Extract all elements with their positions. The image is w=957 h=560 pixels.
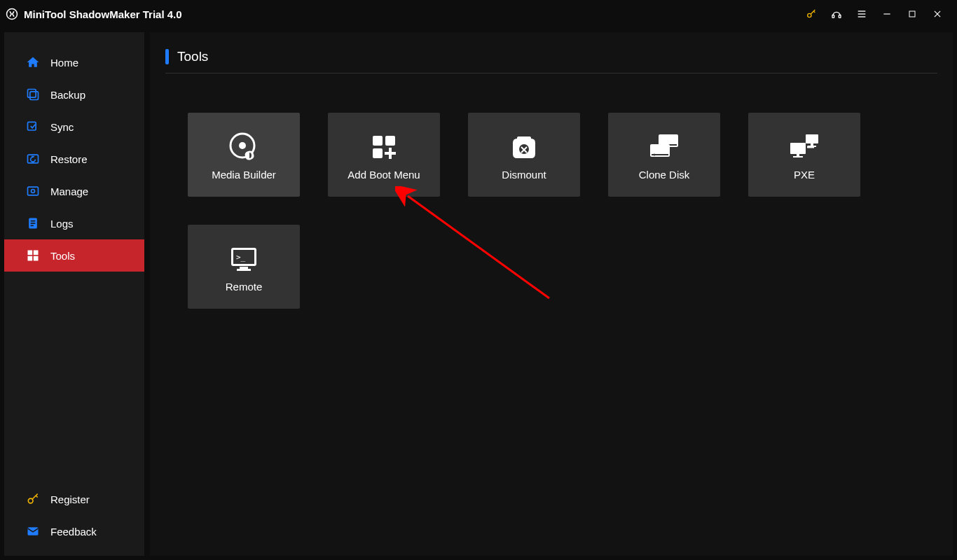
license-key-icon[interactable] [801,4,821,24]
sidebar-item-label: Tools [50,250,75,262]
tool-dismount[interactable]: Dismount [468,113,580,197]
svg-rect-44 [790,143,806,154]
tools-grid: Media Builder Add Boot Menu [165,113,937,309]
svg-rect-29 [373,136,383,146]
svg-rect-23 [28,256,33,261]
sidebar-item-logs[interactable]: Logs [13,207,136,239]
sync-icon [25,119,41,134]
svg-rect-50 [237,269,251,271]
sidebar: Home Backup Sync Restore Manage [4,32,144,556]
svg-rect-30 [385,136,395,146]
home-icon [25,55,41,70]
tool-label: PXE [794,169,815,181]
sidebar-item-label: Home [50,57,78,69]
svg-rect-18 [31,220,36,222]
remote-icon: >_ [227,241,261,276]
svg-rect-33 [389,148,392,159]
page-title: Tools [177,49,208,64]
svg-rect-2 [832,15,834,18]
divider [165,73,937,74]
svg-rect-8 [909,11,915,17]
pxe-icon [786,130,822,164]
sidebar-item-label: Register [50,493,90,505]
tool-add-boot-menu[interactable]: Add Boot Menu [328,113,440,197]
svg-point-40 [654,153,656,155]
sidebar-item-home[interactable]: Home [13,46,136,78]
app-logo-icon [6,8,18,20]
svg-rect-20 [31,225,34,227]
clone-disk-icon [646,130,682,164]
sidebar-item-label: Manage [50,186,88,197]
minimize-button[interactable] [877,4,897,24]
svg-point-25 [28,498,33,503]
sidebar-item-label: Logs [50,218,74,230]
svg-rect-31 [373,148,383,158]
logs-icon [25,216,41,231]
svg-rect-15 [28,187,39,195]
sidebar-item-feedback[interactable]: Feedback [13,515,136,547]
svg-point-28 [239,142,246,149]
sidebar-item-tools[interactable]: Tools [4,239,144,272]
svg-point-1 [808,13,811,17]
sidebar-item-register[interactable]: Register [13,483,136,515]
svg-rect-24 [34,256,39,261]
key-icon [25,491,41,507]
title-accent [165,49,169,64]
tool-clone-disk[interactable]: Clone Disk [608,113,720,197]
svg-rect-3 [839,15,841,18]
dismount-icon [507,130,541,164]
tool-remote[interactable]: >_ Remote [188,225,300,309]
sidebar-item-restore[interactable]: Restore [13,143,136,175]
tool-label: Add Boot Menu [347,169,420,181]
titlebar: MiniTool ShadowMaker Trial 4.0 [0,0,957,28]
tool-label: Dismount [502,169,546,181]
tools-icon [25,248,41,263]
mail-icon [25,524,41,539]
media-builder-icon [227,130,261,164]
svg-text:>_: >_ [236,253,246,262]
svg-rect-49 [240,267,248,269]
svg-rect-46 [793,156,803,158]
tool-label: Media Builder [212,169,276,181]
manage-icon [25,183,41,199]
svg-rect-21 [28,251,33,255]
help-icon[interactable] [827,4,846,24]
menu-icon[interactable] [852,4,872,24]
tool-label: Clone Disk [639,169,690,181]
sidebar-item-label: Backup [50,89,85,101]
svg-rect-34 [517,136,531,141]
main-panel: Tools Media Builder [150,32,953,556]
svg-point-16 [32,190,35,193]
svg-rect-11 [28,90,36,98]
sidebar-item-label: Feedback [50,526,97,538]
svg-rect-45 [797,154,799,156]
page-header: Tools [165,49,937,64]
svg-rect-19 [31,223,36,224]
svg-rect-13 [28,122,36,130]
tool-label: Remote [226,281,263,293]
tool-pxe[interactable]: PXE [748,113,860,197]
svg-rect-41 [806,134,818,144]
sidebar-item-manage[interactable]: Manage [13,175,136,207]
sidebar-item-sync[interactable]: Sync [13,111,136,143]
svg-rect-22 [34,251,39,255]
maximize-button[interactable] [902,4,922,24]
backup-icon [25,87,41,102]
restore-icon [25,151,41,167]
svg-rect-12 [30,92,39,100]
sidebar-item-label: Sync [50,121,74,133]
window-title: MiniTool ShadowMaker Trial 4.0 [24,8,182,20]
sidebar-item-backup[interactable]: Backup [13,78,136,111]
sidebar-item-label: Restore [50,153,88,165]
svg-rect-42 [811,144,813,146]
add-boot-menu-icon [367,130,401,164]
close-button[interactable] [928,4,947,24]
tool-media-builder[interactable]: Media Builder [188,113,300,197]
